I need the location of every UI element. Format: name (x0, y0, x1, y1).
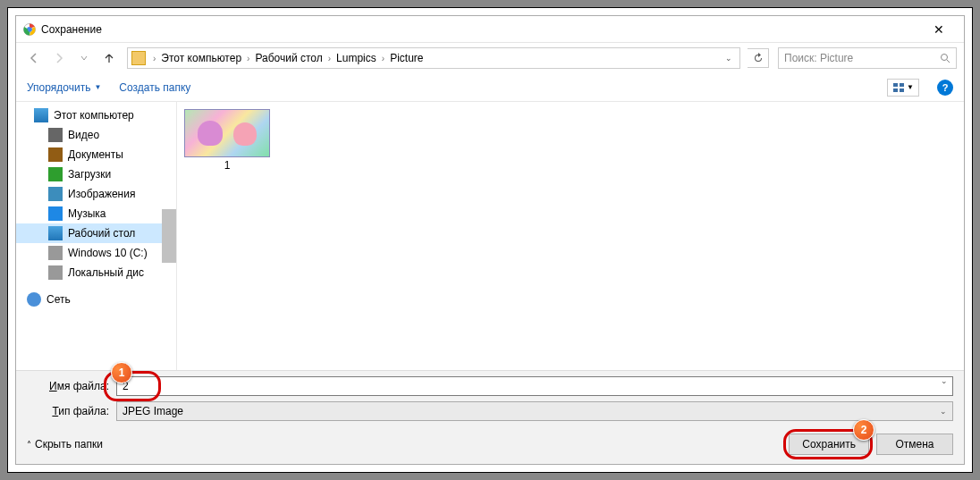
svg-rect-5 (900, 83, 904, 87)
chevron-right-icon: › (325, 54, 334, 63)
file-fields: Имя файла: 1 ⌄ Тип файла: JPEG Image ⌄ (16, 370, 964, 425)
sidebar-item-drive-local[interactable]: Локальный дис (16, 263, 176, 282)
chevron-down-icon: ⌄ (940, 407, 947, 416)
sidebar-item-docs[interactable]: Документы (16, 145, 176, 164)
sidebar-item-pc[interactable]: Этот компьютер (16, 105, 176, 125)
nav-row: › Этот компьютер › Рабочий стол › Lumpic… (16, 43, 964, 73)
download-icon (48, 167, 63, 181)
close-button[interactable]: ✕ (921, 22, 957, 37)
filename-label: Имя файла: (27, 380, 116, 392)
document-icon (48, 147, 63, 162)
annotation-badge-2: 2 (853, 419, 874, 441)
file-thumbnail[interactable]: 1 (184, 109, 270, 172)
svg-rect-6 (893, 88, 898, 92)
refresh-button[interactable] (748, 48, 769, 68)
sidebar: Этот компьютер Видео Документы Загрузки … (16, 102, 177, 370)
breadcrumb-bar[interactable]: › Этот компьютер › Рабочий стол › Lumpic… (127, 47, 740, 69)
sidebar-item-video[interactable]: Видео (16, 125, 176, 145)
filetype-select[interactable]: JPEG Image ⌄ (116, 401, 953, 421)
breadcrumb-item[interactable]: Рабочий стол (253, 52, 324, 64)
titlebar: Сохранение ✕ (16, 16, 964, 43)
view-options-button[interactable]: ▼ (887, 79, 919, 97)
filename-input[interactable] (116, 376, 953, 396)
toolbar: Упорядочить▼ Создать папку ▼ ? (16, 73, 964, 102)
organize-menu[interactable]: Упорядочить▼ (27, 81, 101, 94)
hide-folders-toggle[interactable]: ˄ Скрыть папки (27, 438, 103, 451)
breadcrumb-item[interactable]: Этот компьютер (159, 52, 243, 64)
breadcrumb-item[interactable]: Picture (388, 52, 425, 64)
chrome-icon (23, 23, 36, 36)
chevron-down-icon[interactable]: ⌄ (941, 376, 948, 385)
forward-button[interactable] (48, 47, 70, 69)
music-icon (48, 206, 63, 221)
drive-icon (48, 265, 63, 280)
filetype-label: Тип файла: (27, 405, 116, 417)
svg-rect-4 (893, 83, 898, 87)
file-list[interactable]: 1 (177, 102, 964, 370)
svg-rect-7 (900, 88, 904, 92)
annotation-badge-1: 1 (111, 362, 132, 383)
recent-dropdown[interactable] (73, 47, 95, 69)
dialog-title: Сохранение (41, 23, 921, 36)
pc-icon (34, 108, 48, 122)
sidebar-item-desktop[interactable]: Рабочий стол (16, 223, 176, 243)
image-icon (48, 187, 63, 201)
sidebar-item-images[interactable]: Изображения (16, 184, 176, 204)
breadcrumb-item[interactable]: Lumpics (334, 52, 378, 64)
footer: ˄ Скрыть папки 2 Сохранить Отмена (16, 425, 964, 464)
help-button[interactable]: ? (937, 80, 953, 96)
search-input[interactable]: Поиск: Picture (778, 47, 957, 69)
sidebar-item-drive-c[interactable]: Windows 10 (C:) (16, 243, 176, 263)
cancel-button[interactable]: Отмена (876, 434, 953, 455)
chevron-right-icon: › (378, 54, 388, 63)
sidebar-item-downloads[interactable]: Загрузки (16, 164, 176, 184)
drive-icon (48, 246, 63, 260)
desktop-icon (48, 226, 63, 240)
thumbnail-image (184, 109, 270, 157)
sidebar-item-music[interactable]: Музыка (16, 204, 176, 223)
chevron-right-icon: › (243, 54, 253, 63)
sidebar-item-network[interactable]: Сеть (16, 290, 176, 309)
thumbnail-label: 1 (184, 159, 270, 172)
back-button[interactable] (23, 47, 45, 69)
network-icon (27, 292, 41, 307)
search-placeholder: Поиск: Picture (784, 52, 940, 64)
scrollbar-thumb[interactable] (162, 209, 176, 263)
svg-point-2 (942, 55, 948, 61)
svg-line-3 (947, 60, 950, 63)
chevron-right-icon: › (149, 54, 159, 63)
folder-icon (131, 51, 146, 65)
up-button[interactable] (98, 47, 120, 69)
save-dialog: Сохранение ✕ › Этот компьютер › Рабочий … (15, 15, 965, 465)
video-icon (48, 128, 63, 142)
chevron-down-icon[interactable]: ⌄ (725, 54, 736, 63)
new-folder-button[interactable]: Создать папку (119, 81, 190, 94)
search-icon (940, 53, 950, 63)
chevron-up-icon: ˄ (27, 440, 31, 450)
